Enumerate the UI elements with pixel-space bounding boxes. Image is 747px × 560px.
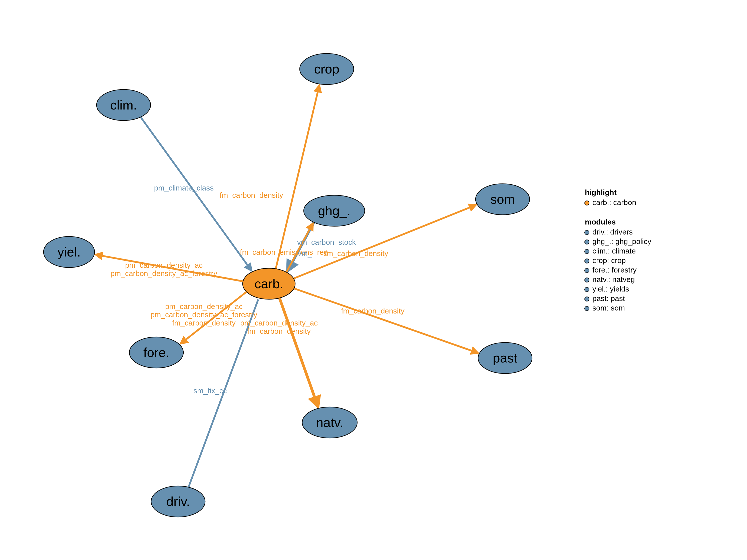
legend-dot-icon — [585, 287, 589, 292]
network-diagram: pm_climate_classfm_carbon_densityvm_carb… — [0, 0, 747, 560]
legend-dot-icon — [585, 249, 589, 254]
node-label: ghg_. — [318, 204, 351, 218]
edge-label: fm_carbon_density — [172, 319, 235, 327]
legend-label: driv.: drivers — [592, 228, 633, 236]
legend-label: ghg_.: ghg_policy — [592, 237, 651, 245]
legend-row: carb.: carbon — [585, 198, 636, 207]
legend-label: natv.: natveg — [592, 275, 635, 284]
legend-dot-icon — [585, 259, 589, 263]
edge-label: fm_carbon_density — [247, 327, 310, 335]
edge-label: fm_carbon_emissions_reg — [240, 248, 328, 256]
nodes: carb.cropclim.ghg_.somyiel.fore.natv.pas… — [44, 53, 532, 517]
legend-label: som: som — [592, 304, 625, 312]
edge-label: pm_climate_class — [154, 184, 214, 192]
legend: highlight carb.: carbon modules driv.: d… — [585, 188, 651, 312]
node-label: natv. — [316, 415, 343, 430]
legend-label: carb.: carbon — [592, 198, 636, 207]
legend-dot-icon — [585, 306, 589, 311]
edge-label: fm_carbon_density — [325, 249, 388, 258]
legend-row: natv.: natveg — [585, 275, 635, 284]
edge-label: vm_carbon_stock — [297, 238, 356, 246]
node-fore: fore. — [129, 337, 183, 368]
node-label: fore. — [143, 345, 170, 360]
edge-carb-past — [294, 289, 478, 353]
edge-carb-natv — [279, 298, 318, 407]
node-yiel: yiel. — [44, 237, 95, 267]
legend-highlight-title: highlight — [585, 188, 617, 196]
node-label: crop — [314, 62, 339, 76]
edge-label: fm_carbon_density — [341, 307, 404, 315]
legend-label: yiel.: yields — [592, 285, 629, 293]
legend-modules-title: modules — [585, 218, 616, 226]
legend-label: clim.: climate — [592, 247, 636, 255]
node-label: yiel. — [57, 245, 81, 259]
node-label: past — [493, 351, 518, 365]
legend-dot-icon — [585, 230, 589, 235]
edge-label: pm_carbon_density_ac_forestry — [151, 311, 257, 319]
edge-label: fm_carbon_density — [220, 191, 283, 199]
legend-label: past: past — [592, 294, 625, 302]
legend-row: crop: crop — [585, 256, 626, 265]
legend-dot-icon — [585, 240, 589, 244]
node-driv: driv. — [151, 486, 205, 517]
legend-label: fore.: forestry — [592, 266, 637, 274]
legend-dot-icon — [585, 278, 589, 282]
edge-label: pm_carbon_density_ac — [165, 302, 243, 311]
legend-row: ghg_.: ghg_policy — [585, 237, 651, 245]
node-label: driv. — [166, 494, 190, 509]
legend-row: fore.: forestry — [585, 266, 637, 274]
node-clim: clim. — [97, 89, 151, 121]
legend-label: crop: crop — [592, 256, 626, 265]
edge-label: pm_carbon_density_ac_forestry — [110, 269, 217, 277]
legend-row: yiel.: yields — [585, 285, 629, 293]
legend-row: som: som — [585, 304, 625, 312]
legend-row: driv.: drivers — [585, 228, 633, 236]
edge-label: sm_fix_cc — [194, 386, 227, 395]
node-label: som — [490, 192, 515, 207]
node-past: past — [478, 343, 532, 373]
legend-row: clim.: climate — [585, 247, 636, 255]
legend-row: past: past — [585, 294, 625, 302]
edge-label: pm_carbon_density_ac — [240, 319, 318, 327]
legend-dot-icon — [585, 201, 589, 205]
legend-dot-icon — [585, 268, 589, 273]
legend-dot-icon — [585, 297, 589, 301]
node-crop: crop — [300, 53, 354, 84]
node-ghg: ghg_. — [304, 195, 365, 226]
node-som: som — [475, 184, 530, 215]
edge-label: vm_ — [298, 249, 312, 258]
node-carb: carb. — [243, 268, 295, 299]
node-label: carb. — [254, 276, 283, 291]
edge-label: pm_carbon_density_ac — [125, 261, 203, 269]
node-label: clim. — [110, 98, 137, 112]
node-natv: natv. — [302, 407, 357, 438]
